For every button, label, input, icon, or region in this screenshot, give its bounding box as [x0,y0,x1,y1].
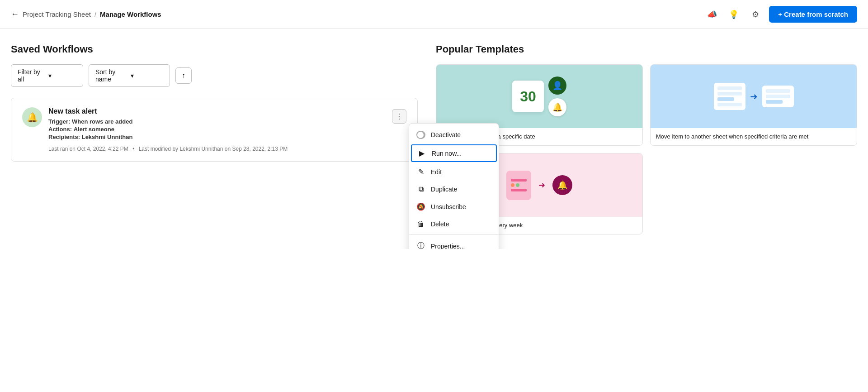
recipients-label: Recipients: [48,134,80,140]
template-icon-circle-green: 👤 [548,76,566,95]
breadcrumb: Project Tracking Sheet / Manage Workflow… [23,10,161,18]
popular-templates-title: Popular Templates [436,43,857,55]
unsubscribe-icon: 🔕 [416,202,425,211]
saved-workflows-section: Saved Workflows Filter by all ▾ Sort by … [11,43,418,234]
trigger-value: When rows are added [72,118,132,125]
workflow-recipients: Recipients: Lekshmi Unnithan [48,134,386,140]
saved-workflows-title: Saved Workflows [11,43,418,55]
properties-icon: ⓘ [416,241,425,249]
context-menu-properties[interactable]: ⓘ Properties... [409,237,499,249]
workflow-more-button[interactable]: ⋮ [392,109,406,124]
context-menu-deactivate[interactable]: Deactivate [409,126,499,143]
properties-label: Properties... [431,243,465,249]
trigger-label: Trigger: [48,118,70,125]
template-calendar-illustration: 30 👤 🔔 [436,65,642,128]
context-menu-edit[interactable]: ✎ Edit [409,163,499,181]
pink-arrow-icon: ➜ [538,180,545,190]
create-btn-label: + Create from scratch [778,10,848,18]
workflow-last-modified: Last modified by Lekshmi Unnithan on Sep… [139,146,288,152]
main-content: Saved Workflows Filter by all ▾ Sort by … [0,29,868,249]
template-icon-circle-white: 🔔 [548,98,566,116]
run-now-icon: ▶ [417,149,426,158]
unsubscribe-label: Unsubscribe [431,203,466,210]
context-menu: Deactivate ▶ Run now... ✎ Edit ⧉ Duplica… [409,123,499,249]
edit-icon: ✎ [416,167,425,176]
pink-circle-icon: 🔔 [552,175,572,195]
actions-label: Actions: [48,126,72,133]
dot-separator: • [132,146,134,152]
workflow-name: New task alert [48,107,386,115]
context-menu-duplicate[interactable]: ⧉ Duplicate [409,181,499,198]
actions-value: Alert someone [74,126,114,133]
workflow-trigger: Trigger: When rows are added [48,118,386,125]
workflow-actions: Actions: Alert someone [48,126,386,133]
delete-label: Delete [431,220,449,228]
duplicate-icon: ⧉ [416,185,425,193]
template-card-move[interactable]: ➜ Move item to another sheet when specif… [650,64,857,146]
filters-row: Filter by all ▾ Sort by name ▾ ↑ [11,64,418,87]
breadcrumb-separator: / [94,10,96,18]
template-image-teal: 30 👤 🔔 [436,65,642,128]
megaphone-icon: 📣 [707,10,717,19]
workflow-card-wrapper: 🔔 New task alert Trigger: When rows are … [11,98,418,162]
sort-order-button[interactable]: ↑ [175,67,192,84]
settings-button[interactable]: ⚙ [747,6,764,23]
sort-by-label: Sort by name [95,68,128,83]
more-icon: ⋮ [396,112,403,121]
template-image-blue: ➜ [651,65,857,128]
duplicate-label: Duplicate [431,186,457,193]
deactivate-toggle-icon[interactable] [416,131,425,139]
create-from-scratch-button[interactable]: + Create from scratch [769,6,857,23]
header-left: ← Project Tracking Sheet / Manage Workfl… [11,10,161,19]
breadcrumb-current: Manage Workflows [100,10,161,18]
context-menu-unsubscribe[interactable]: 🔕 Unsubscribe [409,198,499,215]
template-label-move: Move item to another sheet when specifie… [651,128,857,145]
edit-label: Edit [431,168,442,176]
sort-chevron-icon: ▾ [131,72,163,79]
lightbulb-icon: 💡 [729,10,739,19]
workflow-card: 🔔 New task alert Trigger: When rows are … [11,98,418,162]
calendar-number: 30 [520,88,536,105]
settings-icon: ⚙ [752,10,759,19]
app-header: ← Project Tracking Sheet / Manage Workfl… [0,0,868,29]
calendar-box: 30 [512,81,544,112]
workflow-meta: Last ran on Oct 4, 2022, 4:22 PM • Last … [48,146,386,152]
workflow-last-ran: Last ran on Oct 4, 2022, 4:22 PM [48,146,128,152]
context-menu-run-now[interactable]: ▶ Run now... [411,144,497,162]
workflow-card-header: 🔔 New task alert Trigger: When rows are … [22,107,406,152]
filter-by-dropdown[interactable]: Filter by all ▾ [11,64,83,87]
workflow-bell-icon: 🔔 [22,107,42,127]
megaphone-button[interactable]: 📣 [704,6,720,23]
template-blue-illustration: ➜ [651,65,857,128]
header-right: 📣 💡 ⚙ + Create from scratch [704,6,857,23]
lightbulb-button[interactable]: 💡 [726,6,742,23]
blue-arrow-icon: ➜ [750,91,758,102]
filter-chevron-icon: ▾ [48,72,76,79]
context-menu-delete[interactable]: 🗑 Delete [409,215,499,233]
sort-by-dropdown[interactable]: Sort by name ▾ [89,64,170,87]
recipients-value: Lekshmi Unnithan [82,134,133,140]
delete-icon: 🗑 [416,220,425,228]
filter-by-label: Filter by all [18,68,46,83]
sort-order-icon: ↑ [182,72,185,80]
back-button[interactable]: ← [11,10,19,19]
run-now-label: Run now... [432,150,462,157]
workflow-info: New task alert Trigger: When rows are ad… [48,107,386,152]
deactivate-label: Deactivate [431,131,461,139]
context-menu-divider [409,234,499,235]
breadcrumb-sheet[interactable]: Project Tracking Sheet [23,10,91,18]
